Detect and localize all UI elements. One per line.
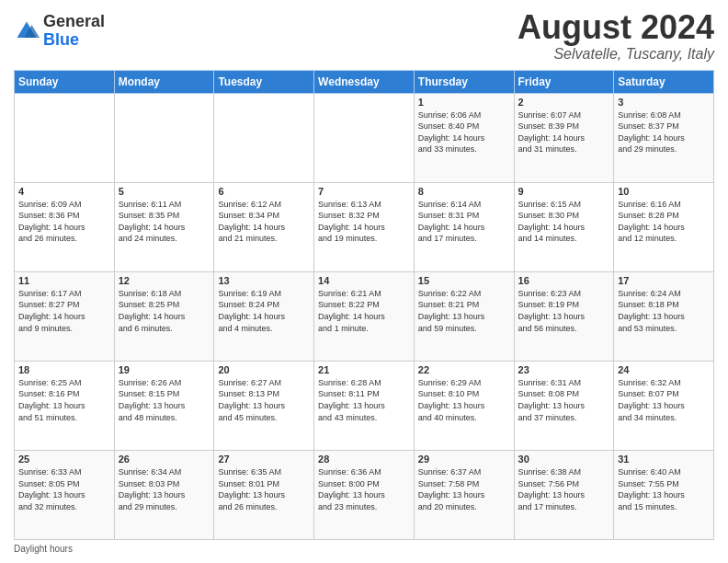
- day-info: Sunrise: 6:37 AMSunset: 7:58 PMDaylight:…: [418, 466, 510, 512]
- day-number: 16: [518, 275, 610, 286]
- day-info: Sunrise: 6:32 AMSunset: 8:07 PMDaylight:…: [618, 377, 710, 423]
- col-friday: Friday: [514, 70, 614, 93]
- calendar-week-2: 4Sunrise: 6:09 AMSunset: 8:36 PMDaylight…: [15, 182, 714, 271]
- day-info: Sunrise: 6:34 AMSunset: 8:03 PMDaylight:…: [119, 466, 210, 512]
- day-number: 10: [618, 186, 710, 197]
- col-monday: Monday: [114, 70, 214, 93]
- day-info: Sunrise: 6:15 AMSunset: 8:30 PMDaylight:…: [518, 199, 610, 245]
- table-row: 24Sunrise: 6:32 AMSunset: 8:07 PMDayligh…: [614, 361, 714, 450]
- day-number: 13: [218, 275, 310, 286]
- table-row: 18Sunrise: 6:25 AMSunset: 8:16 PMDayligh…: [15, 361, 115, 450]
- table-row: [114, 93, 214, 182]
- day-number: 20: [218, 364, 310, 375]
- table-row: 22Sunrise: 6:29 AMSunset: 8:10 PMDayligh…: [414, 361, 514, 450]
- table-row: 16Sunrise: 6:23 AMSunset: 8:19 PMDayligh…: [514, 271, 614, 361]
- table-row: 14Sunrise: 6:21 AMSunset: 8:22 PMDayligh…: [314, 271, 415, 361]
- calendar-body: 1Sunrise: 6:06 AMSunset: 8:40 PMDaylight…: [15, 93, 714, 539]
- table-row: 20Sunrise: 6:27 AMSunset: 8:13 PMDayligh…: [214, 361, 314, 450]
- day-info: Sunrise: 6:38 AMSunset: 7:56 PMDaylight:…: [518, 466, 610, 512]
- logo-icon: [14, 18, 40, 44]
- day-info: Sunrise: 6:19 AMSunset: 8:24 PMDaylight:…: [218, 288, 310, 334]
- table-row: 11Sunrise: 6:17 AMSunset: 8:27 PMDayligh…: [15, 271, 115, 361]
- col-tuesday: Tuesday: [214, 70, 314, 93]
- day-number: 18: [18, 364, 110, 375]
- table-row: 10Sunrise: 6:16 AMSunset: 8:28 PMDayligh…: [614, 182, 714, 271]
- table-row: 4Sunrise: 6:09 AMSunset: 8:36 PMDaylight…: [15, 182, 115, 271]
- day-info: Sunrise: 6:16 AMSunset: 8:28 PMDaylight:…: [618, 199, 710, 245]
- day-info: Sunrise: 6:08 AMSunset: 8:37 PMDaylight:…: [618, 109, 710, 155]
- day-info: Sunrise: 6:28 AMSunset: 8:11 PMDaylight:…: [318, 377, 410, 423]
- day-number: 27: [218, 454, 310, 465]
- table-row: 2Sunrise: 6:07 AMSunset: 8:39 PMDaylight…: [514, 93, 614, 182]
- day-info: Sunrise: 6:24 AMSunset: 8:18 PMDaylight:…: [618, 288, 710, 334]
- table-row: 15Sunrise: 6:22 AMSunset: 8:21 PMDayligh…: [414, 271, 514, 361]
- day-number: 17: [618, 275, 710, 286]
- day-number: 9: [518, 186, 610, 197]
- day-number: 12: [119, 275, 210, 286]
- day-number: 26: [119, 454, 210, 465]
- day-info: Sunrise: 6:33 AMSunset: 8:05 PMDaylight:…: [18, 466, 110, 512]
- day-number: 7: [318, 186, 410, 197]
- day-number: 29: [418, 454, 510, 465]
- header-row: Sunday Monday Tuesday Wednesday Thursday…: [15, 70, 714, 93]
- calendar-week-4: 18Sunrise: 6:25 AMSunset: 8:16 PMDayligh…: [15, 361, 714, 450]
- table-row: [214, 93, 314, 182]
- table-row: 3Sunrise: 6:08 AMSunset: 8:37 PMDaylight…: [614, 93, 714, 182]
- table-row: 7Sunrise: 6:13 AMSunset: 8:32 PMDaylight…: [314, 182, 415, 271]
- table-row: [314, 93, 415, 182]
- table-row: 8Sunrise: 6:14 AMSunset: 8:31 PMDaylight…: [414, 182, 514, 271]
- table-row: 19Sunrise: 6:26 AMSunset: 8:15 PMDayligh…: [114, 361, 214, 450]
- day-info: Sunrise: 6:09 AMSunset: 8:36 PMDaylight:…: [18, 199, 110, 245]
- table-row: 21Sunrise: 6:28 AMSunset: 8:11 PMDayligh…: [314, 361, 415, 450]
- day-number: 4: [18, 186, 110, 197]
- day-number: 8: [418, 186, 510, 197]
- day-info: Sunrise: 6:27 AMSunset: 8:13 PMDaylight:…: [218, 377, 310, 423]
- table-row: 6Sunrise: 6:12 AMSunset: 8:34 PMDaylight…: [214, 182, 314, 271]
- day-info: Sunrise: 6:06 AMSunset: 8:40 PMDaylight:…: [418, 109, 510, 155]
- calendar-table: Sunday Monday Tuesday Wednesday Thursday…: [14, 70, 714, 540]
- calendar-header: Sunday Monday Tuesday Wednesday Thursday…: [15, 70, 714, 93]
- day-number: 15: [418, 275, 510, 286]
- day-number: 22: [418, 364, 510, 375]
- logo: General Blue: [14, 13, 105, 50]
- table-row: 5Sunrise: 6:11 AMSunset: 8:35 PMDaylight…: [114, 182, 214, 271]
- day-info: Sunrise: 6:40 AMSunset: 7:55 PMDaylight:…: [618, 466, 710, 512]
- page-title: August 2024: [518, 9, 714, 46]
- table-row: 13Sunrise: 6:19 AMSunset: 8:24 PMDayligh…: [214, 271, 314, 361]
- table-row: 31Sunrise: 6:40 AMSunset: 7:55 PMDayligh…: [614, 450, 714, 539]
- footer-note: Daylight hours: [14, 544, 714, 554]
- day-info: Sunrise: 6:18 AMSunset: 8:25 PMDaylight:…: [119, 288, 210, 334]
- day-number: 30: [518, 454, 610, 465]
- calendar-week-3: 11Sunrise: 6:17 AMSunset: 8:27 PMDayligh…: [15, 271, 714, 361]
- day-info: Sunrise: 6:36 AMSunset: 8:00 PMDaylight:…: [318, 466, 410, 512]
- table-row: 1Sunrise: 6:06 AMSunset: 8:40 PMDaylight…: [414, 93, 514, 182]
- table-row: 12Sunrise: 6:18 AMSunset: 8:25 PMDayligh…: [114, 271, 214, 361]
- day-number: 6: [218, 186, 310, 197]
- table-row: 17Sunrise: 6:24 AMSunset: 8:18 PMDayligh…: [614, 271, 714, 361]
- table-row: 30Sunrise: 6:38 AMSunset: 7:56 PMDayligh…: [514, 450, 614, 539]
- day-info: Sunrise: 6:25 AMSunset: 8:16 PMDaylight:…: [18, 377, 110, 423]
- day-info: Sunrise: 6:21 AMSunset: 8:22 PMDaylight:…: [318, 288, 410, 334]
- day-number: 21: [318, 364, 410, 375]
- day-info: Sunrise: 6:14 AMSunset: 8:31 PMDaylight:…: [418, 199, 510, 245]
- day-number: 28: [318, 454, 410, 465]
- title-block: August 2024 Selvatelle, Tuscany, Italy: [518, 9, 714, 63]
- day-number: 19: [119, 364, 210, 375]
- day-info: Sunrise: 6:12 AMSunset: 8:34 PMDaylight:…: [218, 199, 310, 245]
- col-wednesday: Wednesday: [314, 70, 415, 93]
- day-number: 24: [618, 364, 710, 375]
- table-row: 25Sunrise: 6:33 AMSunset: 8:05 PMDayligh…: [15, 450, 115, 539]
- col-sunday: Sunday: [15, 70, 115, 93]
- day-number: 2: [518, 97, 610, 108]
- col-saturday: Saturday: [614, 70, 714, 93]
- table-row: 29Sunrise: 6:37 AMSunset: 7:58 PMDayligh…: [414, 450, 514, 539]
- table-row: 28Sunrise: 6:36 AMSunset: 8:00 PMDayligh…: [314, 450, 415, 539]
- day-number: 1: [418, 97, 510, 108]
- day-info: Sunrise: 6:26 AMSunset: 8:15 PMDaylight:…: [119, 377, 210, 423]
- day-number: 23: [518, 364, 610, 375]
- page-subtitle: Selvatelle, Tuscany, Italy: [518, 46, 714, 63]
- table-row: 23Sunrise: 6:31 AMSunset: 8:08 PMDayligh…: [514, 361, 614, 450]
- day-info: Sunrise: 6:31 AMSunset: 8:08 PMDaylight:…: [518, 377, 610, 423]
- day-info: Sunrise: 6:13 AMSunset: 8:32 PMDaylight:…: [318, 199, 410, 245]
- calendar-week-1: 1Sunrise: 6:06 AMSunset: 8:40 PMDaylight…: [15, 93, 714, 182]
